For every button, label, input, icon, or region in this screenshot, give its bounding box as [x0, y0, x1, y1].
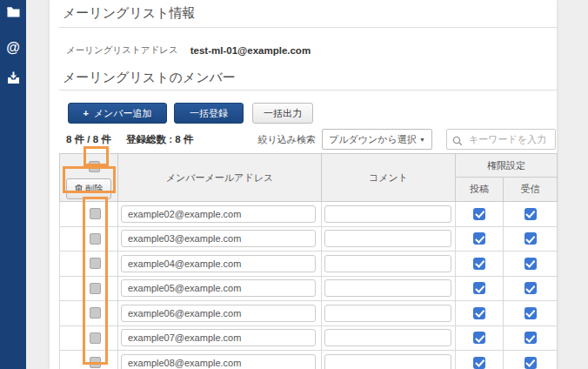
- bulk-register-button[interactable]: 一括登録: [174, 103, 244, 124]
- table-row: [60, 351, 558, 369]
- table-row: [60, 252, 558, 277]
- header-permissions: 権限設定: [456, 154, 558, 178]
- meta-row: 8 件 / 8 件 登録総数 : 8 件 絞り込み検索 プルダウンから選択 ▼: [66, 129, 557, 150]
- email-input[interactable]: [121, 230, 316, 247]
- main-content: メーリングリスト情報 メーリングリストアドレス test-ml-01@examp…: [50, 0, 557, 369]
- divider: [59, 90, 557, 91]
- trash-icon: [75, 184, 83, 193]
- delete-button-label: 削除: [86, 183, 104, 195]
- sidebar: @: [0, 0, 26, 369]
- search-icon: [452, 134, 463, 150]
- post-checkbox[interactable]: [473, 208, 485, 220]
- row-checkbox[interactable]: [90, 283, 101, 294]
- folder-icon: [7, 5, 20, 21]
- receive-checkbox[interactable]: [525, 232, 537, 245]
- table-row: [60, 325, 558, 351]
- header-comment: コメント: [322, 154, 456, 202]
- email-input[interactable]: [121, 205, 316, 223]
- page-title-info: メーリングリスト情報: [63, 5, 557, 22]
- toolbar: + メンバー追加 一括登録 一括出力: [68, 103, 557, 124]
- result-count: 8 件 / 8 件 登録総数 : 8 件: [66, 133, 193, 146]
- header-post: 投稿: [456, 178, 504, 202]
- comment-input[interactable]: [324, 329, 451, 346]
- row-checkbox[interactable]: [90, 208, 101, 219]
- post-checkbox[interactable]: [473, 307, 485, 319]
- table-row: [60, 276, 558, 301]
- post-checkbox[interactable]: [473, 357, 485, 369]
- comment-input[interactable]: [324, 305, 451, 322]
- filter-label: 絞り込み検索: [257, 133, 316, 146]
- email-input[interactable]: [121, 255, 316, 272]
- receive-checkbox[interactable]: [525, 307, 537, 319]
- page-title-members: メーリングリストのメンバー: [63, 70, 557, 86]
- row-checkbox[interactable]: [90, 307, 101, 319]
- divider: [59, 27, 557, 28]
- row-checkbox[interactable]: [90, 233, 101, 245]
- comment-input[interactable]: [324, 354, 451, 369]
- table-row: [60, 301, 558, 326]
- bulk-export-button[interactable]: 一括出力: [252, 103, 313, 124]
- address-label: メーリングリストアドレス: [66, 44, 178, 57]
- address-value: test-ml-01@example.com: [190, 45, 311, 56]
- filter-select-value: プルダウンから選択: [329, 133, 417, 146]
- row-checkbox[interactable]: [90, 332, 101, 344]
- header-email: メンバーメールアドレス: [118, 154, 322, 202]
- receive-checkbox[interactable]: [525, 357, 537, 369]
- post-checkbox[interactable]: [473, 258, 485, 270]
- plus-icon: +: [83, 108, 88, 118]
- header-delete: 削除: [60, 154, 118, 202]
- total-count: 登録総数 : 8 件: [126, 134, 193, 144]
- chevron-down-icon: ▼: [419, 137, 425, 143]
- row-checkbox[interactable]: [90, 258, 101, 269]
- row-checkbox[interactable]: [90, 357, 101, 368]
- at-icon: @: [6, 40, 20, 56]
- email-input[interactable]: [121, 329, 316, 346]
- select-all-checkbox[interactable]: [89, 161, 100, 172]
- receive-checkbox[interactable]: [525, 282, 537, 294]
- shown-count: 8 件 / 8 件: [66, 134, 111, 144]
- add-member-label: メンバー追加: [94, 107, 152, 120]
- address-row: メーリングリストアドレス test-ml-01@example.com: [66, 44, 557, 57]
- comment-input[interactable]: [324, 279, 451, 297]
- sidebar-item-mailinglist[interactable]: @: [0, 35, 26, 61]
- sidebar-item-import[interactable]: [0, 66, 26, 92]
- email-input[interactable]: [121, 354, 316, 369]
- post-checkbox[interactable]: [473, 282, 485, 294]
- comment-input[interactable]: [324, 205, 451, 223]
- email-input[interactable]: [121, 279, 316, 297]
- header-receive: 受信: [504, 178, 558, 202]
- add-member-button[interactable]: + メンバー追加: [68, 103, 167, 124]
- import-icon: [7, 71, 20, 88]
- member-table: 削除 メンバーメールアドレス コメント 権限設定 投稿 受信: [59, 153, 558, 369]
- filter-select[interactable]: プルダウンから選択 ▼: [322, 129, 432, 150]
- post-checkbox[interactable]: [473, 332, 485, 344]
- email-input[interactable]: [121, 305, 316, 322]
- table-row: [60, 226, 558, 252]
- comment-input[interactable]: [324, 255, 451, 272]
- receive-checkbox[interactable]: [525, 258, 537, 270]
- receive-checkbox[interactable]: [525, 208, 537, 220]
- sidebar-item-folder[interactable]: [0, 0, 26, 26]
- delete-button[interactable]: 削除: [66, 178, 111, 199]
- comment-input[interactable]: [324, 230, 451, 247]
- post-checkbox[interactable]: [473, 232, 485, 245]
- table-row: [60, 202, 558, 227]
- filter-area: 絞り込み検索 プルダウンから選択 ▼: [257, 129, 557, 150]
- receive-checkbox[interactable]: [525, 332, 537, 344]
